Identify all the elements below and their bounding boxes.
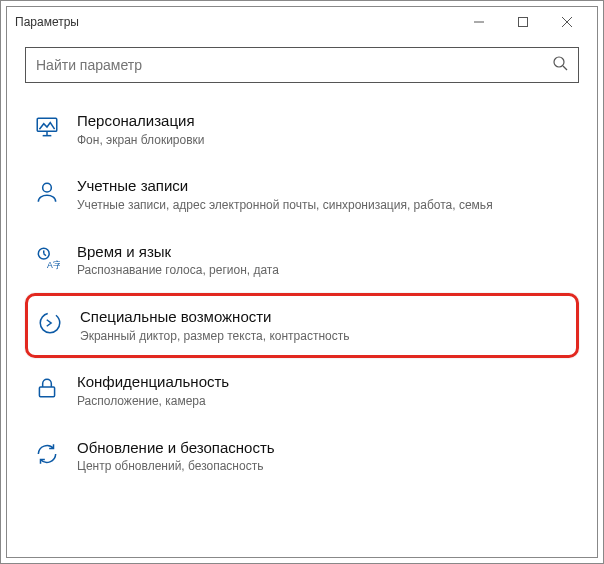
search-container (7, 37, 597, 87)
settings-item-text: Конфиденциальность Расположение, камера (77, 372, 571, 409)
update-security-icon (33, 440, 61, 468)
svg-point-9 (43, 184, 52, 193)
accessibility-icon (36, 309, 64, 337)
svg-rect-1 (519, 18, 528, 27)
settings-item-accounts[interactable]: Учетные записи Учетные записи, адрес эле… (25, 162, 579, 227)
settings-item-text: Учетные записи Учетные записи, адрес эле… (77, 176, 571, 213)
minimize-button[interactable] (457, 7, 501, 37)
settings-item-subtitle: Распознавание голоса, регион, дата (77, 263, 571, 279)
settings-item-title: Персонализация (77, 112, 571, 131)
settings-item-accessibility[interactable]: Специальные возможности Экранный диктор,… (25, 293, 579, 358)
maximize-button[interactable] (501, 7, 545, 37)
settings-list: Персонализация Фон, экран блокировки Уче… (7, 87, 597, 499)
settings-item-privacy[interactable]: Конфиденциальность Расположение, камера (25, 358, 579, 423)
settings-window: Параметры (6, 6, 598, 558)
svg-text:A字: A字 (47, 259, 60, 269)
settings-item-subtitle: Экранный диктор, размер текста, контраст… (80, 329, 568, 345)
settings-item-title: Специальные возможности (80, 308, 568, 327)
settings-item-subtitle: Учетные записи, адрес электронной почты,… (77, 198, 571, 214)
settings-item-text: Специальные возможности Экранный диктор,… (80, 307, 568, 344)
privacy-icon (33, 374, 61, 402)
search-input[interactable] (36, 57, 552, 73)
svg-line-12 (44, 253, 46, 255)
settings-item-title: Время и язык (77, 243, 571, 262)
svg-rect-15 (39, 387, 54, 397)
close-button[interactable] (545, 7, 589, 37)
svg-point-4 (554, 57, 564, 67)
settings-item-text: Персонализация Фон, экран блокировки (77, 111, 571, 148)
titlebar: Параметры (7, 7, 597, 37)
settings-item-update-security[interactable]: Обновление и безопасность Центр обновлен… (25, 424, 579, 489)
settings-item-personalization[interactable]: Персонализация Фон, экран блокировки (25, 97, 579, 162)
search-icon (552, 55, 568, 75)
settings-item-text: Время и язык Распознавание голоса, регио… (77, 242, 571, 279)
settings-item-title: Учетные записи (77, 177, 571, 196)
personalization-icon (33, 113, 61, 141)
settings-item-title: Обновление и безопасность (77, 439, 571, 458)
settings-item-text: Обновление и безопасность Центр обновлен… (77, 438, 571, 475)
svg-line-5 (563, 66, 567, 70)
settings-item-subtitle: Расположение, камера (77, 394, 571, 410)
settings-item-subtitle: Центр обновлений, безопасность (77, 459, 571, 475)
window-title: Параметры (15, 15, 457, 29)
time-language-icon: A字 (33, 244, 61, 272)
settings-item-title: Конфиденциальность (77, 373, 571, 392)
accounts-icon (33, 178, 61, 206)
settings-item-subtitle: Фон, экран блокировки (77, 133, 571, 149)
settings-item-time-language[interactable]: A字 Время и язык Распознавание голоса, ре… (25, 228, 579, 293)
screenshot-frame: Параметры (0, 0, 604, 564)
search-box[interactable] (25, 47, 579, 83)
